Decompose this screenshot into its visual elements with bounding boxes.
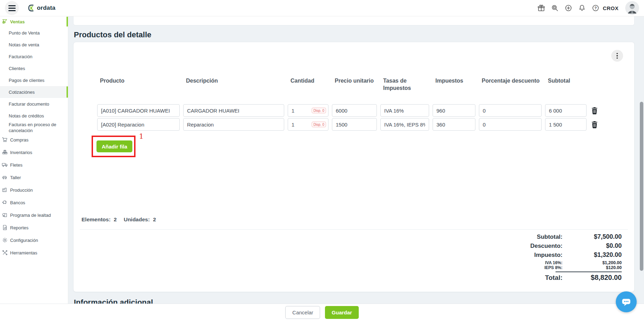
- taxes-input[interactable]: [433, 104, 475, 117]
- sidebar-nav: VentasPunto de VentaNotas de ventaFactur…: [0, 16, 68, 321]
- column-header-precio-unitario: Precio unitario: [332, 77, 377, 84]
- more-options-icon[interactable]: [611, 50, 623, 62]
- piggy-bank-icon: [1, 199, 8, 206]
- cart-icon: [1, 136, 8, 143]
- description-input[interactable]: [183, 104, 284, 117]
- quantity-field: Disp. 0: [288, 104, 328, 117]
- loyalty-icon: [1, 212, 8, 219]
- total-rule: [556, 272, 622, 272]
- notifications-icon[interactable]: [578, 4, 586, 12]
- column-header-tasas-de-impuestos: Tasas de Impuestos: [380, 77, 429, 92]
- gift-icon[interactable]: [537, 4, 545, 12]
- footer-action-bar: Cancelar Guardar: [0, 304, 644, 321]
- column-header-subtotal: Subtotal: [545, 77, 587, 84]
- totals-value: $120.00: [562, 265, 622, 270]
- table-header-row: ProductoDescripciónCantidadPrecio unitar…: [97, 77, 627, 92]
- quantity-field: Disp. 0: [288, 118, 328, 131]
- chat-bubble-icon[interactable]: [616, 291, 637, 312]
- save-button[interactable]: Guardar: [325, 306, 358, 319]
- sidebar-item-facturas-en-proceso-de-cancelacion[interactable]: Facturas en proceso de cancelación: [0, 122, 68, 133]
- totals-row-subtotal: Subtotal:$7,500.00: [475, 233, 622, 240]
- sidebar-item-notas-de-creditos[interactable]: Notas de créditos: [0, 110, 68, 122]
- column-header-impuestos: Impuestos: [433, 77, 475, 84]
- totals-row-impuesto: Impuesto:$1,320.00: [475, 251, 622, 259]
- funnel-dollar-icon: [1, 18, 8, 25]
- discount-percent-input[interactable]: [479, 118, 542, 131]
- sidebar-item-punto-de-venta[interactable]: Punto de Venta: [0, 27, 68, 39]
- sidebar-item-label: Herramientas: [10, 250, 37, 255]
- tax-rates-input[interactable]: [380, 104, 429, 117]
- sidebar-item-notas-de-venta[interactable]: Notas de venta: [0, 39, 68, 51]
- sidebar-item-label: Taller: [10, 175, 21, 180]
- sidebar-item-label: Programa de lealtad: [10, 213, 51, 218]
- current-user-label: CROX: [603, 5, 619, 11]
- sidebar-item-facturacion[interactable]: Facturación: [0, 51, 68, 62]
- available-stock-badge: Disp. 0: [312, 108, 326, 113]
- products-table: ProductoDescripciónCantidadPrecio unitar…: [97, 77, 627, 131]
- add-circle-icon[interactable]: [564, 4, 573, 12]
- quantity-input[interactable]: [288, 122, 304, 128]
- sidebar-item-compras[interactable]: Compras: [0, 133, 68, 146]
- totals-value: $8,820.00: [562, 274, 622, 282]
- description-input[interactable]: [183, 118, 284, 131]
- sidebar-item-pagos-de-clientes[interactable]: Pagos de clientes: [0, 74, 68, 86]
- sidebar-item-label: Producción: [10, 188, 33, 193]
- sidebar-item-programa-de-lealtad[interactable]: Programa de lealtad: [0, 209, 68, 221]
- tax-rates-input[interactable]: [380, 118, 429, 131]
- unit-price-input[interactable]: [332, 118, 377, 131]
- user-avatar[interactable]: [625, 1, 639, 15]
- sidebar-item-inventarios[interactable]: Inventarios: [0, 146, 68, 159]
- subtotal-input[interactable]: [545, 104, 587, 117]
- table-row: Disp. 0: [97, 104, 627, 117]
- delete-row-icon[interactable]: [590, 106, 599, 115]
- sidebar-item-label: Reportes: [10, 225, 29, 230]
- sidebar-item-configuracion[interactable]: Configuración: [0, 234, 68, 246]
- sidebar-item-clientes[interactable]: Clientes: [0, 62, 68, 74]
- discount-percent-input[interactable]: [479, 104, 542, 117]
- vertical-scrollbar[interactable]: [640, 102, 643, 271]
- menu-toggle-button[interactable]: [5, 1, 19, 15]
- delete-row-icon[interactable]: [590, 120, 599, 129]
- add-row-button[interactable]: Añadir fila: [96, 140, 132, 152]
- sidebar-item-reportes[interactable]: Reportes: [0, 221, 68, 234]
- help-icon[interactable]: ?: [591, 4, 600, 12]
- gear-icon: [1, 237, 8, 244]
- sidebar-item-cotizaciones[interactable]: Cotizaciónes: [0, 86, 68, 98]
- elements-label: Elementos:: [82, 216, 111, 222]
- factory-icon: [1, 186, 8, 193]
- quantity-input[interactable]: [288, 108, 304, 114]
- sidebar-item-facturar-documento[interactable]: Facturar documento: [0, 98, 68, 110]
- sidebar-item-label: Fletes: [10, 162, 22, 168]
- product-input[interactable]: [97, 118, 180, 131]
- totals-value: $7,500.00: [562, 233, 622, 240]
- sidebar-item-bancos[interactable]: Bancos: [0, 196, 68, 209]
- column-header-cantidad: Cantidad: [288, 77, 328, 84]
- totals-row-total: Total:$8,820.00: [475, 274, 622, 282]
- taxes-input[interactable]: [433, 118, 475, 131]
- brand-name: ordata: [37, 5, 55, 12]
- sidebar-item-ventas[interactable]: Ventas: [0, 16, 68, 27]
- totals-value: $0.00: [562, 242, 622, 250]
- products-detail-card: ProductoDescripciónCantidadPrecio unitar…: [73, 42, 635, 292]
- sidebar-item-produccion[interactable]: Producción: [0, 184, 68, 196]
- topbar: ordata ? CROX: [0, 0, 644, 16]
- report-icon: [1, 224, 8, 231]
- product-input[interactable]: [97, 104, 180, 117]
- elements-value: 2: [114, 216, 117, 222]
- brand-logo[interactable]: ordata: [28, 4, 55, 12]
- totals-label: IVA 16%:: [545, 260, 562, 265]
- sidebar-item-label: Configuración: [10, 238, 38, 243]
- subtotal-input[interactable]: [545, 118, 587, 131]
- search-document-icon[interactable]: [551, 4, 559, 12]
- sidebar-item-fletes[interactable]: Fletes: [0, 159, 68, 171]
- cancel-button[interactable]: Cancelar: [285, 306, 320, 319]
- totals-value: $1,320.00: [562, 251, 622, 259]
- units-label: Unidades:: [124, 216, 150, 222]
- available-stock-badge: Disp. 0: [312, 122, 326, 127]
- unit-price-input[interactable]: [332, 104, 377, 117]
- sidebar-item-taller[interactable]: Taller: [0, 171, 68, 184]
- sidebar-item-herramientas[interactable]: Herramientas: [0, 246, 68, 259]
- totals-label: Descuento:: [530, 243, 562, 250]
- totals-label: Subtotal:: [537, 234, 562, 240]
- annotation-number: 1: [139, 132, 143, 140]
